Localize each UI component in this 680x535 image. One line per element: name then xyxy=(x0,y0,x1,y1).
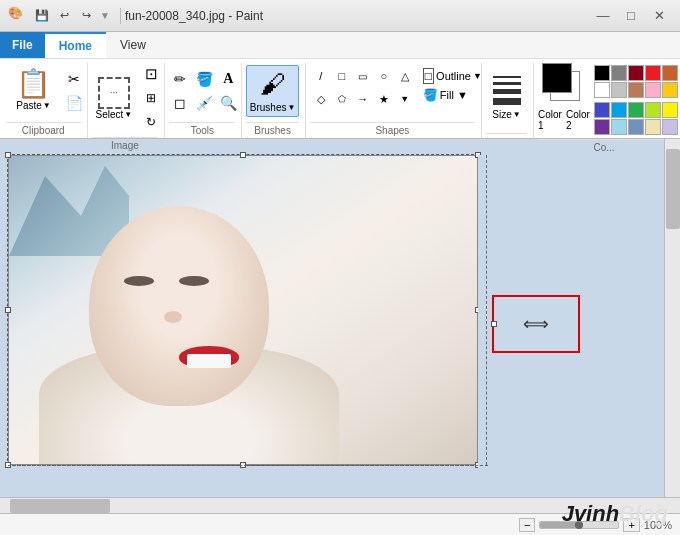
fill-label: Fill ▼ xyxy=(440,89,468,101)
horizontal-scrollbar[interactable] xyxy=(0,497,680,513)
ribbon-content: 📋 Paste ▼ ✂ 📄 Clipboard xyxy=(0,58,680,138)
paste-label: Paste xyxy=(16,100,42,111)
palette-gray[interactable] xyxy=(611,65,627,81)
star-shape[interactable]: ★ xyxy=(373,88,395,110)
outline-label: Outline xyxy=(436,70,471,82)
zoom-controls: − + 100% xyxy=(519,518,672,532)
window-controls: — □ ✕ xyxy=(590,5,672,27)
canvas-scroll-area: ⟺ xyxy=(0,139,680,513)
eraser-button[interactable]: ◻ xyxy=(169,92,191,114)
brushes-label: Brushes xyxy=(250,102,287,113)
color1-label: Color1 xyxy=(538,109,562,131)
image-canvas[interactable] xyxy=(8,155,478,465)
color1-swatch[interactable] xyxy=(542,63,572,93)
clipboard-label: Clipboard xyxy=(6,122,81,138)
rect-shape[interactable]: □ xyxy=(331,65,353,87)
palette-blue[interactable] xyxy=(594,102,610,118)
paste-button[interactable]: 📋 Paste ▼ xyxy=(6,65,61,117)
triangle-shape[interactable]: △ xyxy=(394,65,416,87)
zoom-out-button[interactable]: − xyxy=(519,518,535,532)
palette-darkred[interactable] xyxy=(628,65,644,81)
document-title: fun-20008_340.jpg - Paint xyxy=(125,9,263,23)
color2-label: Color2 xyxy=(566,109,590,131)
outline-button[interactable]: □ Outline ▼ xyxy=(420,67,485,85)
zoom-thumb[interactable] xyxy=(575,521,583,529)
save-qa-button[interactable]: 💾 xyxy=(32,6,52,26)
arrow-shape[interactable]: → xyxy=(352,88,374,110)
minimize-button[interactable]: — xyxy=(590,5,616,27)
magnifier-button[interactable]: 🔍 xyxy=(217,92,239,114)
handle-ml[interactable] xyxy=(5,307,11,313)
dashed-line-v xyxy=(486,155,487,465)
diamond-shape[interactable]: ◇ xyxy=(310,88,332,110)
palette-cream[interactable] xyxy=(645,119,661,135)
maximize-button[interactable]: □ xyxy=(618,5,644,27)
select-button[interactable]: ··· Select ▼ xyxy=(92,75,137,122)
handle-tl[interactable] xyxy=(5,152,11,158)
select-label: Select xyxy=(96,109,124,120)
resize-cursor-icon: ⟺ xyxy=(523,313,549,335)
resize-handle-box[interactable]: ⟺ xyxy=(492,295,580,353)
zoom-slider[interactable] xyxy=(539,521,619,529)
rotate-button[interactable]: ↻ xyxy=(140,111,162,133)
palette-red[interactable] xyxy=(645,65,661,81)
palette-black[interactable] xyxy=(594,65,610,81)
copy-button[interactable]: 📄 xyxy=(63,92,85,114)
palette-white[interactable] xyxy=(594,82,610,98)
palette-purple[interactable] xyxy=(594,119,610,135)
palette-brown[interactable] xyxy=(662,65,678,81)
tools-label: Tools xyxy=(169,122,235,138)
palette-paleblue[interactable] xyxy=(611,119,627,135)
line-shape[interactable]: / xyxy=(310,65,332,87)
cut-button[interactable]: ✂ xyxy=(63,68,85,90)
undo-qa-button[interactable]: ↩ xyxy=(54,6,74,26)
palette-pink[interactable] xyxy=(645,82,661,98)
tab-home[interactable]: Home xyxy=(45,32,106,58)
eyedropper-button[interactable]: 💉 xyxy=(193,92,215,114)
clipboard-group: 📋 Paste ▼ ✂ 📄 Clipboard xyxy=(4,63,88,138)
more-shapes[interactable]: ▼ xyxy=(394,88,416,110)
image-dashed-border xyxy=(7,154,479,466)
tab-view[interactable]: View xyxy=(106,32,160,58)
fill-icon: 🪣 xyxy=(423,88,438,102)
app-icon: 🎨 xyxy=(8,6,28,26)
palette-lightblue[interactable] xyxy=(611,102,627,118)
size-selector[interactable] xyxy=(493,76,521,105)
palette-medblue[interactable] xyxy=(628,119,644,135)
zoom-in-button[interactable]: + xyxy=(623,518,639,532)
fill-button[interactable]: 🪣 xyxy=(193,68,215,90)
resize-dot-left xyxy=(491,321,497,327)
ribbon-tabs: File Home View xyxy=(0,32,680,58)
tab-file[interactable]: File xyxy=(0,32,45,58)
fill-btn[interactable]: 🪣 Fill ▼ xyxy=(420,87,485,103)
v-scroll-thumb[interactable] xyxy=(666,149,680,229)
redo-qa-button[interactable]: ↪ xyxy=(76,6,96,26)
round-rect-shape[interactable]: ▭ xyxy=(352,65,374,87)
palette-lime[interactable] xyxy=(645,102,661,118)
vertical-scrollbar[interactable] xyxy=(664,139,680,497)
outline-icon: □ xyxy=(423,68,434,84)
close-button[interactable]: ✕ xyxy=(646,5,672,27)
ellipse-shape[interactable]: ○ xyxy=(373,65,395,87)
pentagon-shape[interactable]: ⬠ xyxy=(331,88,353,110)
palette-green[interactable] xyxy=(628,102,644,118)
palette-lavender[interactable] xyxy=(662,119,678,135)
palette-lightgray[interactable] xyxy=(611,82,627,98)
right-canvas-area: ⟺ xyxy=(478,155,658,485)
image-group: ··· Select ▼ ⊡ ⊞ ↻ Image xyxy=(90,63,166,138)
pencil-button[interactable]: ✏ xyxy=(169,68,191,90)
zoom-track xyxy=(540,522,580,528)
palette-yellow[interactable] xyxy=(662,82,678,98)
resize-button[interactable]: ⊞ xyxy=(140,87,162,109)
brushes-button[interactable]: 🖌 Brushes ▼ xyxy=(246,65,298,117)
size-line-1 xyxy=(493,76,521,78)
h-scroll-thumb[interactable] xyxy=(10,499,110,513)
text-button[interactable]: A xyxy=(217,68,239,90)
canvas-workspace[interactable]: ⟺ xyxy=(0,139,664,497)
quick-access-toolbar: 💾 ↩ ↪ ▼ xyxy=(32,6,110,26)
handle-tm[interactable] xyxy=(240,152,246,158)
palette-brightyellow[interactable] xyxy=(662,102,678,118)
crop-button[interactable]: ⊡ xyxy=(140,63,162,85)
palette-tan[interactable] xyxy=(628,82,644,98)
size-group: Size ▼ xyxy=(484,63,534,138)
